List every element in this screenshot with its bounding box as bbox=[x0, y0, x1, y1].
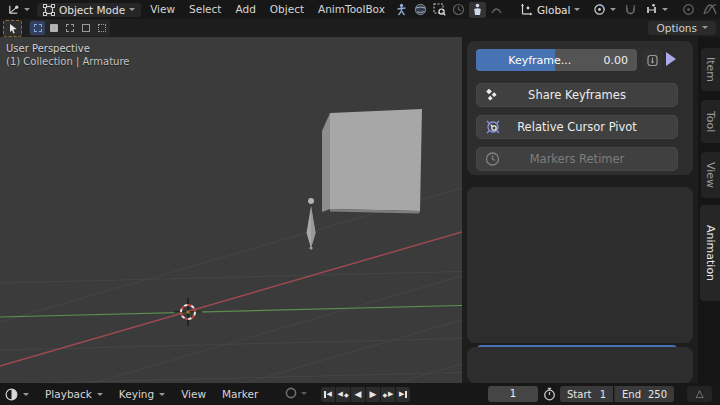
tab-tool[interactable]: Tool bbox=[701, 100, 720, 143]
start-value: 1 bbox=[600, 389, 606, 400]
chevron-down-icon bbox=[574, 8, 580, 11]
falloff-curve-icon bbox=[703, 3, 717, 16]
blendings-section: Blendings / Inbetwee... bbox=[467, 347, 693, 383]
menu-view[interactable]: View bbox=[143, 0, 182, 19]
relative-cursor-pivot-label: Relative Cursor Pivot bbox=[517, 120, 637, 134]
jump-to-start-button[interactable]: ◀ bbox=[321, 387, 335, 402]
tab-item[interactable]: Item bbox=[701, 48, 720, 91]
keyframe-tools-section: Keyframe... 0.00 S bbox=[467, 41, 693, 175]
proportional-edit-icon[interactable] bbox=[680, 2, 697, 18]
chevron-down-icon bbox=[97, 393, 103, 396]
select-new-icon bbox=[34, 24, 42, 32]
frame-end-field[interactable]: End 250 bbox=[614, 386, 674, 402]
tab-view[interactable]: View bbox=[701, 152, 720, 198]
mode-label: Object Mode bbox=[59, 4, 125, 16]
active-tool-button[interactable] bbox=[3, 20, 22, 37]
menu-marker[interactable]: Marker bbox=[214, 388, 266, 400]
relative-cursor-pivot-button[interactable]: Relative Cursor Pivot bbox=[476, 115, 678, 139]
orientation-label: Global bbox=[537, 4, 571, 16]
share-keyframes-label: Share Keyframes bbox=[528, 88, 626, 102]
current-frame-value: 1 bbox=[510, 388, 516, 399]
playback-controls: ◀ ◀◆ ◀ ▶ ◆▶ ▶ bbox=[321, 387, 410, 402]
menu-animtoolbox[interactable]: AnimToolBox bbox=[311, 0, 392, 19]
end-label: End bbox=[622, 389, 641, 400]
falloff-selector[interactable] bbox=[700, 2, 720, 17]
blender-window: User Perspective (1) Collection | Armatu… bbox=[0, 0, 720, 405]
menu-object[interactable]: Object bbox=[263, 0, 311, 19]
menu-keying[interactable]: Keying bbox=[111, 388, 173, 400]
options-label: Options bbox=[656, 22, 697, 34]
share-keyframes-button[interactable]: Share Keyframes bbox=[476, 83, 678, 107]
mode-selector[interactable]: Object Mode bbox=[37, 3, 141, 17]
copy-paste-section: Copy Paste Matrices Copy Wor... bbox=[467, 187, 693, 343]
arc-icon[interactable] bbox=[488, 2, 505, 18]
menu-select[interactable]: Select bbox=[182, 0, 228, 19]
play-reverse-button[interactable]: ◀ bbox=[351, 387, 365, 402]
keyframe-slider-label: Keyframe... bbox=[476, 54, 604, 67]
select-mode-intersect[interactable] bbox=[94, 21, 109, 35]
auto-key-record-icon bbox=[285, 387, 297, 399]
clock-icon[interactable] bbox=[450, 2, 467, 18]
transform-orientation-selector[interactable]: Global bbox=[514, 2, 587, 17]
snap-with-selector[interactable] bbox=[642, 2, 671, 17]
markers-retimer-label: Markers Retimer bbox=[530, 152, 625, 166]
timeline-editor-type-button[interactable] bbox=[0, 388, 37, 401]
keyframe-insert-icon bbox=[646, 54, 659, 67]
next-keyframe-button[interactable]: ◆▶ bbox=[381, 387, 395, 402]
options-button[interactable]: Options bbox=[648, 21, 716, 35]
chevron-down-icon bbox=[610, 8, 616, 11]
menu-playback[interactable]: Playback bbox=[37, 388, 111, 400]
current-frame-field[interactable]: 1 bbox=[488, 386, 538, 402]
markers-retimer-button[interactable]: Markers Retimer bbox=[476, 147, 678, 171]
marker-label: Marker bbox=[222, 388, 258, 400]
chevron-down-icon bbox=[23, 393, 29, 396]
keyframe-insert-button[interactable] bbox=[642, 50, 662, 70]
jump-to-end-button[interactable]: ▶ bbox=[396, 387, 410, 402]
tool-settings-bar: Options bbox=[0, 19, 720, 37]
menu-view-timeline[interactable]: View bbox=[173, 388, 214, 400]
snap-with-icon bbox=[645, 3, 658, 16]
select-mode-new[interactable] bbox=[30, 21, 45, 35]
play-button[interactable]: ▶ bbox=[366, 387, 380, 402]
playback-label: Playback bbox=[45, 388, 92, 400]
editor-type-button[interactable] bbox=[4, 2, 33, 17]
chevron-down-icon bbox=[129, 8, 135, 11]
object-mode-icon bbox=[43, 4, 55, 16]
viewport-perspective-label: User Perspective bbox=[6, 43, 90, 54]
timeline-clock-icon bbox=[5, 388, 18, 401]
select-subtract-icon bbox=[66, 24, 74, 32]
person-icon[interactable] bbox=[469, 2, 486, 18]
pivot-point-icon bbox=[593, 3, 606, 16]
3d-cursor bbox=[174, 298, 202, 326]
end-value: 250 bbox=[648, 389, 667, 400]
tab-animation[interactable]: Animation bbox=[700, 205, 720, 301]
orientation-axis-icon bbox=[520, 3, 533, 16]
viewport-header: Object Mode View Select Add Object AnimT… bbox=[0, 0, 720, 19]
previous-keyframe-button[interactable]: ◀◆ bbox=[336, 387, 350, 402]
menu-add[interactable]: Add bbox=[228, 0, 262, 19]
select-invert-icon bbox=[82, 24, 90, 32]
chevron-down-icon bbox=[301, 392, 307, 395]
globe-icon[interactable] bbox=[412, 2, 429, 18]
triangle-up-icon: △ bbox=[696, 388, 704, 399]
armature-bone bbox=[307, 198, 316, 250]
zone-magnifier-icon[interactable] bbox=[431, 2, 448, 18]
stopwatch-icon[interactable] bbox=[543, 387, 556, 401]
pivot-point-selector[interactable] bbox=[590, 2, 619, 17]
sidebar-tabs: Item Tool View Animation bbox=[698, 37, 720, 383]
magnet-icon[interactable] bbox=[622, 2, 639, 18]
select-mode-invert[interactable] bbox=[78, 21, 93, 35]
cursor-arrow-icon bbox=[8, 23, 18, 34]
viewport-context-label: (1) Collection | Armature bbox=[6, 56, 129, 67]
running-man-icon[interactable] bbox=[393, 2, 410, 18]
auto-keying-toggle[interactable] bbox=[285, 387, 307, 399]
keyframes-diamonds-icon bbox=[485, 88, 500, 103]
select-mode-subtract[interactable] bbox=[62, 21, 77, 35]
keyframe-slider[interactable]: Keyframe... 0.00 bbox=[476, 49, 637, 71]
frame-start-field[interactable]: Start 1 bbox=[560, 386, 613, 402]
select-mode-extend[interactable] bbox=[46, 21, 61, 35]
clock-icon bbox=[485, 152, 500, 167]
drag-handle-arrow[interactable] bbox=[666, 52, 676, 66]
collapse-triangle-button[interactable]: △ bbox=[687, 386, 712, 402]
timeline-header: Playback Keying View Marker ◀ ◀◆ ◀ ▶ ◆▶ … bbox=[0, 383, 720, 405]
